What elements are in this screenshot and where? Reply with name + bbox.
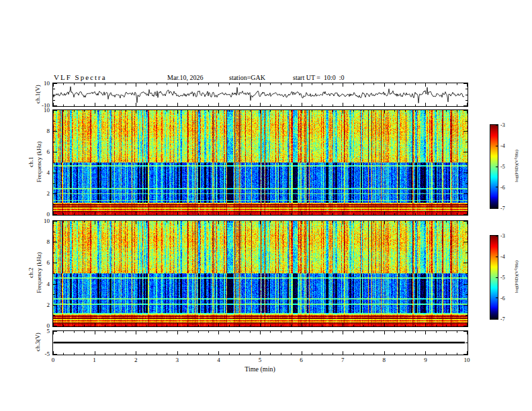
colorbar-tick-label: -5 [500,164,505,170]
colorbar-tick-label: -3 [500,122,505,128]
y-tick-label: 4 [47,169,50,176]
x-tick-label: 5 [259,357,262,363]
colorbar-ch2-label: log(PSD)(V²/Hz) [514,261,519,293]
ch1-channel-label: ch.1 [28,156,34,167]
x-tick-label: 7 [341,357,345,363]
y-tick-label: 4 [47,281,50,287]
ch2-channel-label: ch.2 [28,267,34,277]
ch1-spectrogram-panel [52,109,468,216]
y-tick-label: 10 [44,80,50,87]
x-tick-label: 9 [424,357,427,363]
colorbar-tick-label: -3 [500,233,505,239]
y-tick-label: 0 [47,211,50,218]
y-tick-label: 8 [47,238,50,245]
colorbar-tick-label: -7 [500,316,505,322]
colorbar-ch2-canvas [490,236,498,319]
x-tick-label: 0 [52,357,55,363]
colorbar-tick-label: -6 [500,185,505,191]
ch1-spectrogram-canvas [53,110,468,215]
x-tick-label: 6 [300,357,303,363]
ch1-waveform-canvas [53,83,468,106]
y-tick-label: 2 [47,190,50,197]
y-tick-label: 6 [47,259,50,266]
time-axis-label: Time (min) [245,365,275,373]
colorbar-ch1 [490,124,498,209]
y-tick-label: 5 [47,328,50,334]
colorbar-tick-label: -4 [500,143,505,149]
ch2-spectrogram-canvas [53,221,468,326]
colorbar-ch1-label: log(PSD)(V²/Hz) [514,150,519,182]
y-tick-label: 10 [44,107,50,113]
x-tick-label: 3 [176,357,179,363]
ch1-waveform-panel [52,83,468,107]
y-tick-label: -5 [45,351,50,357]
station-label: station=GAK [229,74,265,81]
ch1-frequency-axis-label: Frequency (kHz) [36,141,42,182]
y-tick-label: 8 [47,128,50,134]
ch3-waveform-panel [52,330,468,355]
vlf-spectra-figure: VLF Spectra Mar.10, 2026 station=GAK sta… [0,0,532,411]
ch1-voltage-axis-label: ch.1(V) [34,85,41,103]
y-tick-label: 6 [47,148,50,155]
x-tick-label: 1 [93,357,96,363]
y-tick-label: 2 [47,302,50,308]
x-tick-label: 8 [383,357,386,363]
ch3-waveform-canvas [53,331,468,355]
x-tick-label: 4 [217,357,220,363]
colorbar-ch2 [490,235,498,320]
x-tick-label: 2 [134,357,138,363]
ch2-spectrogram-panel [52,220,468,327]
start-ut-label: start UT = 10:0 :0 [293,74,345,81]
figure-title: VLF Spectra [54,73,107,81]
colorbar-tick-label: -7 [500,205,505,212]
figure-date: Mar.10, 2026 [167,74,204,81]
colorbar-tick-label: -5 [500,275,505,281]
colorbar-ch1-canvas [490,125,498,208]
colorbar-tick-label: -4 [500,254,505,260]
ch3-voltage-axis-label: ch.3(V) [34,332,41,351]
y-tick-label: 10 [44,218,50,224]
colorbar-tick-label: -6 [500,295,505,302]
ch2-frequency-axis-label: Frequency (kHz) [36,252,42,293]
x-tick-label: 10 [464,357,470,363]
